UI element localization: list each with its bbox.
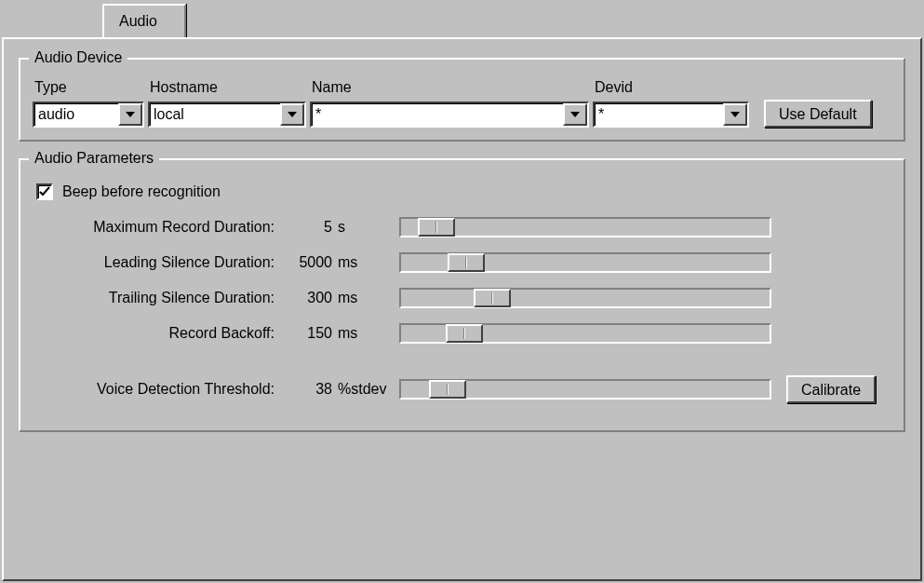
max-record-slider[interactable]	[399, 217, 771, 237]
svg-marker-0	[126, 112, 135, 117]
audio-device-group: Audio Device Type audio Hostname local	[19, 58, 905, 142]
name-combo[interactable]: *	[310, 102, 589, 128]
slider-thumb[interactable]	[429, 380, 466, 399]
max-record-unit: s	[332, 219, 399, 236]
vdt-row: Voice Detection Threshold: 38 %stdev Cal…	[33, 375, 891, 403]
trail-silence-unit: ms	[332, 290, 399, 306]
slider-thumb[interactable]	[474, 289, 511, 307]
trail-silence-slider[interactable]	[399, 288, 771, 308]
record-backoff-label: Record Backoff:	[33, 325, 278, 342]
vdt-label: Voice Detection Threshold:	[33, 381, 278, 398]
audio-parameters-group: Audio Parameters Beep before recognition…	[19, 158, 905, 432]
lead-silence-value: 5000	[278, 254, 332, 271]
tab-bar: Audio	[2, 0, 924, 37]
name-label: Name	[310, 79, 589, 96]
hostname-field: Hostname local	[148, 79, 306, 128]
name-value: *	[312, 103, 563, 126]
audio-panel: Audio Device Type audio Hostname local	[2, 37, 922, 581]
record-backoff-unit: ms	[332, 325, 399, 342]
dropdown-icon[interactable]	[280, 103, 304, 126]
max-record-label: Maximum Record Duration:	[33, 219, 278, 236]
lead-silence-slider[interactable]	[399, 252, 771, 273]
use-default-button[interactable]: Use Default	[764, 100, 872, 128]
vdt-value: 38	[278, 381, 332, 398]
devid-combo[interactable]: *	[593, 102, 749, 128]
max-record-value: 5	[278, 219, 332, 236]
type-field: Type audio	[33, 79, 144, 128]
hostname-value: local	[150, 103, 280, 126]
vdt-unit: %stdev	[332, 381, 399, 398]
slider-thumb[interactable]	[418, 218, 455, 237]
audio-device-legend: Audio Device	[29, 49, 127, 66]
devid-value: *	[595, 103, 723, 126]
max-record-row: Maximum Record Duration: 5 s	[33, 217, 891, 237]
record-backoff-slider[interactable]	[399, 323, 771, 344]
svg-marker-1	[288, 112, 297, 117]
beep-checkbox[interactable]	[36, 183, 53, 200]
devid-field: Devid *	[593, 79, 749, 128]
slider-thumb[interactable]	[448, 253, 485, 272]
beep-label: Beep before recognition	[62, 183, 221, 200]
type-label: Type	[33, 79, 144, 96]
vdt-slider[interactable]	[399, 379, 771, 400]
tab-audio-label: Audio	[119, 13, 157, 29]
lead-silence-unit: ms	[332, 254, 399, 271]
devid-label: Devid	[593, 79, 749, 96]
dropdown-icon[interactable]	[118, 103, 142, 126]
svg-marker-3	[730, 112, 740, 117]
type-value: audio	[34, 103, 118, 126]
record-backoff-value: 150	[278, 325, 332, 342]
calibrate-label: Calibrate	[801, 382, 861, 398]
tab-audio[interactable]: Audio	[102, 4, 186, 37]
slider-thumb[interactable]	[446, 324, 483, 343]
dropdown-icon[interactable]	[723, 103, 747, 126]
hostname-combo[interactable]: local	[148, 102, 306, 128]
use-default-label: Use Default	[779, 106, 857, 122]
type-combo[interactable]: audio	[33, 102, 144, 128]
trail-silence-row: Trailing Silence Duration: 300 ms	[33, 288, 891, 308]
calibrate-button[interactable]: Calibrate	[786, 375, 876, 403]
svg-marker-2	[570, 112, 580, 117]
audio-parameters-legend: Audio Parameters	[29, 150, 159, 167]
name-field: Name *	[310, 79, 589, 128]
trail-silence-label: Trailing Silence Duration:	[33, 290, 278, 306]
trail-silence-value: 300	[278, 290, 332, 306]
record-backoff-row: Record Backoff: 150 ms	[33, 323, 891, 344]
lead-silence-label: Leading Silence Duration:	[33, 254, 278, 271]
dropdown-icon[interactable]	[563, 103, 587, 126]
lead-silence-row: Leading Silence Duration: 5000 ms	[33, 252, 891, 273]
hostname-label: Hostname	[148, 79, 306, 96]
